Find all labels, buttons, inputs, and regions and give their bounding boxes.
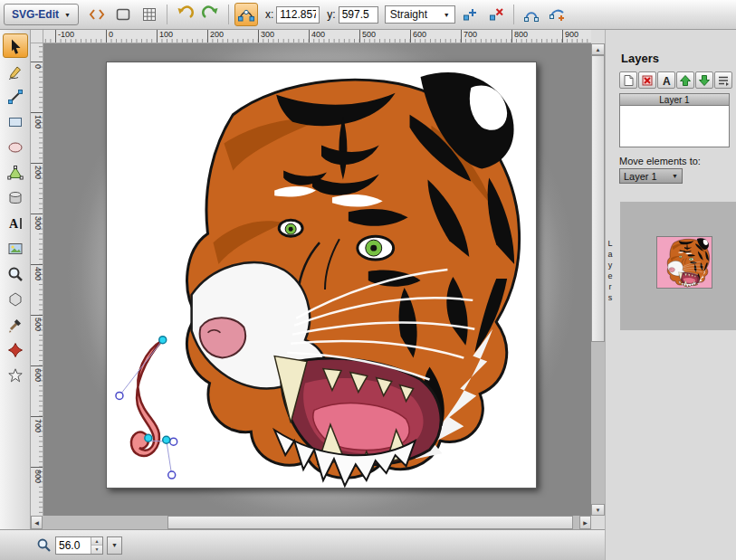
layer-list-body[interactable]	[619, 106, 730, 147]
drawing-canvas[interactable]	[106, 62, 537, 489]
path-node[interactable]	[163, 436, 170, 443]
v-ruler-label: 0	[31, 62, 43, 69]
v-ruler-label: 100	[31, 112, 43, 128]
open-path-icon	[522, 5, 540, 24]
lower-layer-button[interactable]	[695, 71, 713, 89]
thumbnail-svg	[657, 237, 712, 288]
link-control-points-button[interactable]	[234, 3, 258, 26]
path-tool-button[interactable]	[3, 160, 28, 185]
undo-button[interactable]	[173, 3, 196, 26]
svg-text:A: A	[663, 74, 671, 87]
shapelib-star-button[interactable]	[3, 337, 28, 362]
selected-element-thumbnail[interactable]	[656, 236, 712, 289]
y-coordinate-label: y:	[327, 8, 335, 21]
new-layer-button[interactable]	[619, 71, 637, 89]
redo-button[interactable]	[199, 3, 223, 26]
add-node-icon	[461, 5, 479, 24]
path-node[interactable]	[159, 337, 167, 344]
zoom-increase-button[interactable]: ▲	[91, 537, 102, 546]
redo-icon	[202, 5, 220, 24]
vertical-scrollbar-thumb[interactable]	[591, 55, 605, 342]
segment-type-select[interactable]: Straight ▼	[385, 5, 455, 24]
app-logo-label: SVG-Edit	[12, 8, 59, 21]
text-icon: A	[6, 214, 24, 233]
layer-buttons-row: A	[619, 71, 732, 89]
rectangle-tool-button[interactable]	[3, 109, 28, 134]
move-elements-label: Move elements to:	[619, 156, 701, 166]
horizontal-scrollbar-thumb[interactable]	[167, 516, 573, 529]
magnifier-icon	[6, 265, 24, 283]
path-node[interactable]	[145, 434, 152, 441]
layer-row-selected[interactable]: Layer 1	[619, 93, 730, 106]
horizontal-scrollbar[interactable]: ◀ ▶	[31, 516, 591, 529]
scroll-down-button[interactable]: ▼	[591, 504, 605, 516]
vertical-scrollbar[interactable]: ▲ ▼	[591, 43, 605, 516]
hexagon-icon	[6, 290, 24, 308]
path-control-handle[interactable]	[168, 471, 176, 479]
rename-layer-button[interactable]: A	[657, 71, 675, 89]
pencil-icon	[6, 62, 24, 81]
arrow-up-icon	[678, 73, 693, 88]
line-tool-button[interactable]	[3, 84, 28, 109]
toolbar-separator	[167, 5, 167, 24]
zoom-preset-dropdown-button[interactable]: ▼	[107, 536, 122, 555]
scroll-right-button[interactable]: ▶	[579, 516, 591, 529]
scroll-up-button[interactable]: ▲	[591, 43, 605, 55]
h-ruler-label: 900	[562, 30, 578, 43]
rename-icon: A	[659, 73, 674, 88]
path-edit-overlay[interactable]	[116, 337, 177, 479]
eyedropper-tool-button[interactable]	[3, 312, 28, 337]
image-tool-button[interactable]	[3, 236, 28, 261]
delete-icon	[640, 73, 655, 88]
path-control-handle[interactable]	[170, 438, 177, 445]
canvas-svg[interactable]	[107, 62, 536, 488]
ellipse-icon	[6, 138, 24, 157]
main-menu-button[interactable]: SVG-Edit ▼	[4, 4, 79, 25]
selection-preview-panel	[620, 202, 736, 330]
zoom-tool-button[interactable]	[3, 261, 28, 286]
zoom-level-input[interactable]	[56, 537, 91, 554]
text-tool-button[interactable]: A	[3, 211, 28, 235]
select-tool-button[interactable]	[3, 33, 28, 58]
scroll-left-button[interactable]: ◀	[31, 516, 43, 529]
layer-more-button[interactable]	[714, 71, 732, 89]
document-properties-button[interactable]	[138, 3, 161, 26]
list-menu-icon	[716, 73, 731, 88]
layer-list[interactable]: Layer 1	[619, 93, 730, 147]
workspace[interactable]	[43, 43, 591, 516]
y-coordinate-input[interactable]	[339, 6, 378, 24]
clone-node-button[interactable]	[458, 3, 482, 26]
x-coordinate-label: x:	[265, 8, 273, 21]
wireframe-button[interactable]	[111, 3, 135, 26]
pencil-tool-button[interactable]	[3, 59, 28, 83]
zoom-decrease-button[interactable]: ▼	[91, 545, 102, 554]
status-bar: ▲ ▼ ▼	[0, 529, 605, 560]
raise-layer-button[interactable]	[676, 71, 694, 89]
edit-source-button[interactable]	[85, 3, 109, 26]
h-ruler-label: -100	[55, 30, 74, 43]
shape-outline-icon	[114, 5, 132, 24]
path-control-handle[interactable]	[116, 392, 123, 399]
shape-library-tool-button[interactable]	[3, 185, 28, 210]
h-ruler-label: 400	[309, 30, 325, 43]
polygon-tool-button[interactable]	[3, 287, 28, 311]
layers-panel-toggle[interactable]: Layers	[606, 223, 615, 320]
delete-node-button[interactable]	[484, 3, 508, 26]
open-path-button[interactable]	[520, 3, 543, 26]
add-subpath-button[interactable]	[546, 3, 569, 26]
x-coordinate-input[interactable]	[276, 6, 320, 24]
ellipse-tool-button[interactable]	[3, 135, 28, 159]
move-to-layer-select[interactable]: Layer 1 ▼	[619, 168, 683, 184]
delete-layer-button[interactable]	[638, 71, 656, 89]
star-tool-button[interactable]	[3, 363, 28, 387]
h-ruler-label: 700	[461, 30, 477, 43]
layers-panel-title: Layers	[621, 52, 659, 65]
eyedropper-icon	[6, 316, 24, 334]
h-ruler-label: 600	[410, 30, 426, 43]
h-ruler-label: 300	[258, 30, 274, 43]
left-tool-palette: A	[0, 30, 31, 529]
cylinder-icon	[6, 189, 24, 207]
h-ruler-label: 200	[207, 30, 224, 43]
source-code-icon	[88, 5, 106, 24]
toolbar-separator	[228, 5, 229, 24]
